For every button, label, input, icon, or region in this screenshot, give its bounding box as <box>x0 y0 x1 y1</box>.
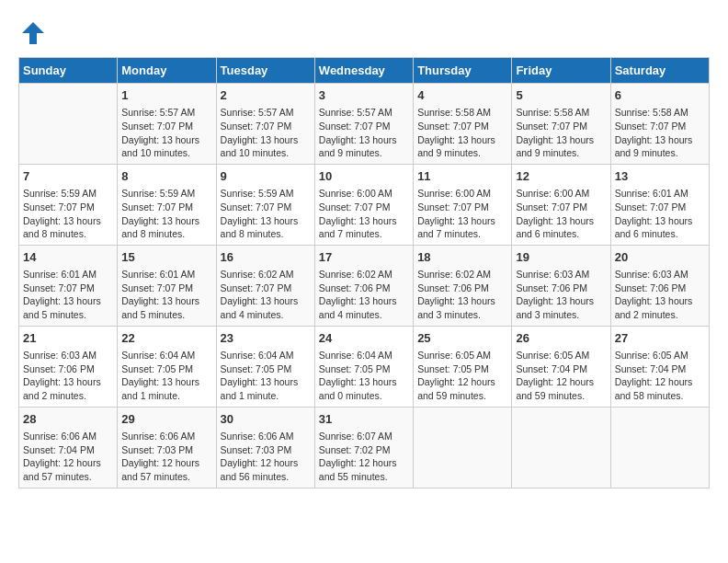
day-info: Sunrise: 5:58 AMSunset: 7:07 PMDaylight:… <box>615 106 705 160</box>
header-day-thursday: Thursday <box>414 58 512 84</box>
day-number: 29 <box>121 411 211 428</box>
day-cell: 2Sunrise: 5:57 AMSunset: 7:07 PMDaylight… <box>216 84 314 165</box>
day-info: Sunrise: 5:57 AMSunset: 7:07 PMDaylight:… <box>121 106 211 160</box>
day-number: 4 <box>417 87 507 104</box>
day-info: Sunrise: 6:05 AMSunset: 7:04 PMDaylight:… <box>615 349 705 403</box>
day-info: Sunrise: 6:07 AMSunset: 7:02 PMDaylight:… <box>319 430 409 484</box>
day-info: Sunrise: 6:01 AMSunset: 7:07 PMDaylight:… <box>23 268 113 322</box>
day-info: Sunrise: 6:03 AMSunset: 7:06 PMDaylight:… <box>615 268 705 322</box>
header-day-saturday: Saturday <box>610 58 709 84</box>
day-number: 22 <box>121 330 211 347</box>
day-number: 13 <box>615 168 705 185</box>
day-info: Sunrise: 6:03 AMSunset: 7:06 PMDaylight:… <box>23 349 113 403</box>
day-number: 5 <box>516 87 606 104</box>
day-number: 17 <box>319 249 409 266</box>
day-number: 21 <box>23 330 113 347</box>
day-cell: 9Sunrise: 5:59 AMSunset: 7:07 PMDaylight… <box>216 164 314 245</box>
day-number: 23 <box>221 330 311 347</box>
day-number: 8 <box>121 168 211 185</box>
day-cell <box>19 84 118 165</box>
day-cell: 25Sunrise: 6:05 AMSunset: 7:05 PMDayligh… <box>414 326 512 407</box>
day-info: Sunrise: 5:59 AMSunset: 7:07 PMDaylight:… <box>221 187 311 241</box>
day-cell: 13Sunrise: 6:01 AMSunset: 7:07 PMDayligh… <box>610 164 709 245</box>
day-cell: 29Sunrise: 6:06 AMSunset: 7:03 PMDayligh… <box>118 407 216 488</box>
day-info: Sunrise: 6:00 AMSunset: 7:07 PMDaylight:… <box>417 187 507 241</box>
day-number: 19 <box>516 249 606 266</box>
day-number: 15 <box>121 249 211 266</box>
week-row-3: 14Sunrise: 6:01 AMSunset: 7:07 PMDayligh… <box>19 245 710 326</box>
day-cell: 19Sunrise: 6:03 AMSunset: 7:06 PMDayligh… <box>512 245 610 326</box>
day-number: 16 <box>221 249 311 266</box>
day-cell: 26Sunrise: 6:05 AMSunset: 7:04 PMDayligh… <box>512 326 610 407</box>
page-header <box>18 18 710 48</box>
day-cell: 23Sunrise: 6:04 AMSunset: 7:05 PMDayligh… <box>216 326 314 407</box>
day-info: Sunrise: 6:04 AMSunset: 7:05 PMDaylight:… <box>319 349 409 403</box>
day-cell: 28Sunrise: 6:06 AMSunset: 7:04 PMDayligh… <box>19 407 118 488</box>
day-info: Sunrise: 6:04 AMSunset: 7:05 PMDaylight:… <box>221 349 311 403</box>
day-cell: 14Sunrise: 6:01 AMSunset: 7:07 PMDayligh… <box>19 245 118 326</box>
day-cell: 11Sunrise: 6:00 AMSunset: 7:07 PMDayligh… <box>414 164 512 245</box>
day-info: Sunrise: 6:05 AMSunset: 7:05 PMDaylight:… <box>417 349 507 403</box>
day-cell <box>610 407 709 488</box>
header-row: SundayMondayTuesdayWednesdayThursdayFrid… <box>19 58 710 84</box>
day-number: 31 <box>319 411 409 428</box>
day-info: Sunrise: 5:59 AMSunset: 7:07 PMDaylight:… <box>121 187 211 241</box>
day-info: Sunrise: 6:01 AMSunset: 7:07 PMDaylight:… <box>615 187 705 241</box>
day-number: 1 <box>121 87 211 104</box>
day-info: Sunrise: 6:02 AMSunset: 7:07 PMDaylight:… <box>221 268 311 322</box>
day-number: 2 <box>221 87 311 104</box>
day-cell: 1Sunrise: 5:57 AMSunset: 7:07 PMDaylight… <box>118 84 216 165</box>
day-info: Sunrise: 6:06 AMSunset: 7:03 PMDaylight:… <box>221 430 311 484</box>
header-day-wednesday: Wednesday <box>314 58 413 84</box>
day-number: 20 <box>615 249 705 266</box>
day-info: Sunrise: 5:58 AMSunset: 7:07 PMDaylight:… <box>417 106 507 160</box>
day-cell <box>414 407 512 488</box>
day-number: 12 <box>516 168 606 185</box>
day-info: Sunrise: 6:00 AMSunset: 7:07 PMDaylight:… <box>516 187 606 241</box>
day-info: Sunrise: 5:57 AMSunset: 7:07 PMDaylight:… <box>221 106 311 160</box>
calendar-header: SundayMondayTuesdayWednesdayThursdayFrid… <box>19 58 710 84</box>
day-cell: 8Sunrise: 5:59 AMSunset: 7:07 PMDaylight… <box>118 164 216 245</box>
svg-marker-0 <box>22 22 44 44</box>
calendar-table: SundayMondayTuesdayWednesdayThursdayFrid… <box>18 57 710 488</box>
day-info: Sunrise: 6:00 AMSunset: 7:07 PMDaylight:… <box>319 187 409 241</box>
day-cell: 21Sunrise: 6:03 AMSunset: 7:06 PMDayligh… <box>19 326 118 407</box>
day-number: 11 <box>417 168 507 185</box>
day-cell: 15Sunrise: 6:01 AMSunset: 7:07 PMDayligh… <box>118 245 216 326</box>
day-cell: 31Sunrise: 6:07 AMSunset: 7:02 PMDayligh… <box>314 407 413 488</box>
day-cell: 16Sunrise: 6:02 AMSunset: 7:07 PMDayligh… <box>216 245 314 326</box>
day-info: Sunrise: 6:03 AMSunset: 7:06 PMDaylight:… <box>516 268 606 322</box>
day-cell: 18Sunrise: 6:02 AMSunset: 7:06 PMDayligh… <box>414 245 512 326</box>
day-number: 30 <box>221 411 311 428</box>
week-row-1: 1Sunrise: 5:57 AMSunset: 7:07 PMDaylight… <box>19 84 710 165</box>
day-cell: 20Sunrise: 6:03 AMSunset: 7:06 PMDayligh… <box>610 245 709 326</box>
day-cell: 17Sunrise: 6:02 AMSunset: 7:06 PMDayligh… <box>314 245 413 326</box>
day-cell: 27Sunrise: 6:05 AMSunset: 7:04 PMDayligh… <box>610 326 709 407</box>
day-cell <box>512 407 610 488</box>
header-day-monday: Monday <box>118 58 216 84</box>
day-cell: 6Sunrise: 5:58 AMSunset: 7:07 PMDaylight… <box>610 84 709 165</box>
day-cell: 7Sunrise: 5:59 AMSunset: 7:07 PMDaylight… <box>19 164 118 245</box>
day-cell: 12Sunrise: 6:00 AMSunset: 7:07 PMDayligh… <box>512 164 610 245</box>
day-number: 7 <box>23 168 113 185</box>
day-number: 10 <box>319 168 409 185</box>
day-cell: 3Sunrise: 5:57 AMSunset: 7:07 PMDaylight… <box>314 84 413 165</box>
logo <box>18 18 51 48</box>
day-number: 6 <box>615 87 705 104</box>
day-number: 18 <box>417 249 507 266</box>
day-cell: 30Sunrise: 6:06 AMSunset: 7:03 PMDayligh… <box>216 407 314 488</box>
day-cell: 5Sunrise: 5:58 AMSunset: 7:07 PMDaylight… <box>512 84 610 165</box>
day-info: Sunrise: 5:57 AMSunset: 7:07 PMDaylight:… <box>319 106 409 160</box>
day-number: 27 <box>615 330 705 347</box>
day-info: Sunrise: 6:05 AMSunset: 7:04 PMDaylight:… <box>516 349 606 403</box>
day-cell: 24Sunrise: 6:04 AMSunset: 7:05 PMDayligh… <box>314 326 413 407</box>
day-number: 24 <box>319 330 409 347</box>
day-info: Sunrise: 6:02 AMSunset: 7:06 PMDaylight:… <box>319 268 409 322</box>
header-day-tuesday: Tuesday <box>216 58 314 84</box>
day-number: 28 <box>23 411 113 428</box>
day-number: 25 <box>417 330 507 347</box>
calendar-body: 1Sunrise: 5:57 AMSunset: 7:07 PMDaylight… <box>19 84 710 488</box>
day-info: Sunrise: 6:04 AMSunset: 7:05 PMDaylight:… <box>121 349 211 403</box>
day-number: 3 <box>319 87 409 104</box>
header-day-friday: Friday <box>512 58 610 84</box>
